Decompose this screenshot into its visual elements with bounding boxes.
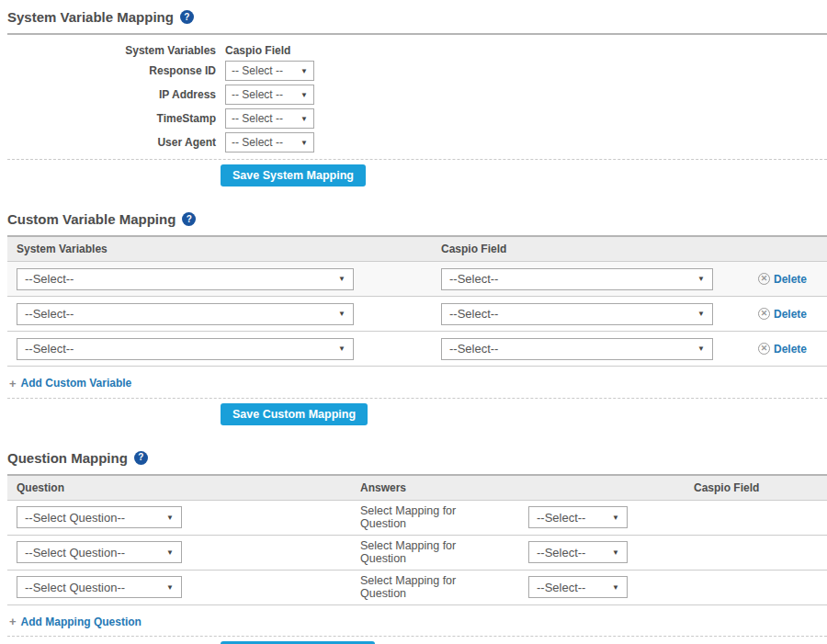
chevron-down-icon: ▼ (697, 310, 705, 318)
chevron-down-icon: ▼ (612, 548, 619, 557)
chevron-down-icon: ▼ (338, 310, 346, 318)
answers-mapping-label: Select Mapping for Question (360, 504, 498, 530)
chevron-down-icon: ▼ (300, 115, 308, 123)
chevron-down-icon: ▼ (166, 548, 174, 557)
add-custom-variable-label: Add Custom Variable (21, 377, 132, 390)
question-caspio-field-select[interactable]: --Select-- ▼ (528, 576, 628, 598)
save-system-mapping-button[interactable]: Save System Mapping (221, 164, 366, 186)
delete-label: Delete (774, 273, 807, 286)
help-icon[interactable]: ? (134, 451, 148, 465)
user-agent-select[interactable]: -- Select -- ▼ (225, 132, 314, 153)
chevron-down-icon: ▼ (612, 514, 619, 522)
caspio-field-column-header: Caspio Field (225, 44, 326, 57)
timestamp-select[interactable]: -- Select -- ▼ (225, 108, 314, 129)
question-mapping-table: Question Answers Caspio Field --Select Q… (7, 476, 827, 605)
answers-column-header: Answers (360, 481, 694, 494)
select-value: -- Select -- (232, 136, 283, 149)
caspio-field-column-header: Caspio Field (441, 243, 506, 255)
question-mapping-title: Question Mapping ? (7, 450, 827, 466)
select-value: --Select Question-- (25, 511, 125, 525)
question-caspio-field-select[interactable]: --Select-- ▼ (528, 541, 628, 563)
ip-address-label: IP Address (7, 88, 216, 101)
question-select[interactable]: --Select Question-- ▼ (17, 576, 182, 598)
select-value: --Select-- (537, 511, 585, 525)
delete-label: Delete (774, 308, 807, 321)
select-value: -- Select -- (232, 88, 283, 101)
answers-mapping-label: Select Mapping for Question (360, 574, 498, 600)
custom-system-variable-select[interactable]: --Select-- ▼ (17, 338, 354, 360)
plus-icon: + (9, 378, 17, 390)
select-value: --Select-- (25, 307, 74, 321)
delete-row-link[interactable]: ✕ Delete (758, 308, 807, 321)
custom-mapping-title-text: Custom Variable Mapping (7, 211, 176, 227)
system-mapping-form: System Variables Caspio Field Response I… (7, 44, 827, 153)
add-mapping-question-label: Add Mapping Question (21, 616, 142, 628)
dashed-divider (7, 636, 827, 637)
select-value: --Select Question-- (25, 581, 125, 594)
table-row: --Select Question-- ▼ Select Mapping for… (7, 571, 827, 605)
select-value: --Select Question-- (25, 546, 125, 559)
chevron-down-icon: ▼ (697, 275, 705, 283)
circled-x-icon: ✕ (758, 273, 770, 285)
question-mapping-title-text: Question Mapping (7, 450, 128, 466)
table-row: --Select-- ▼ --Select-- ▼ ✕ Delete (7, 332, 827, 367)
custom-system-variable-select[interactable]: --Select-- ▼ (17, 268, 354, 290)
chevron-down-icon: ▼ (300, 91, 308, 99)
add-custom-variable-link[interactable]: + Add Custom Variable (9, 377, 131, 390)
question-caspio-field-select[interactable]: --Select-- ▼ (528, 506, 628, 528)
custom-caspio-field-select[interactable]: --Select-- ▼ (441, 303, 713, 325)
table-row: --Select Question-- ▼ Select Mapping for… (7, 501, 827, 536)
dashed-divider (7, 398, 827, 399)
response-id-select[interactable]: -- Select -- ▼ (225, 61, 314, 81)
section-divider (7, 33, 827, 35)
select-value: --Select-- (25, 272, 74, 286)
table-row: --Select Question-- ▼ Select Mapping for… (7, 536, 827, 571)
help-icon[interactable]: ? (180, 10, 194, 24)
plus-icon: + (9, 616, 17, 627)
system-variables-column-header: System Variables (7, 44, 216, 57)
system-mapping-title-text: System Variable Mapping (7, 9, 174, 25)
custom-caspio-field-select[interactable]: --Select-- ▼ (441, 338, 713, 360)
chevron-down-icon: ▼ (300, 139, 308, 147)
select-value: --Select-- (25, 342, 74, 356)
select-value: -- Select -- (232, 64, 283, 77)
question-column-header: Question (17, 481, 360, 494)
chevron-down-icon: ▼ (166, 583, 174, 592)
chevron-down-icon: ▼ (338, 345, 346, 353)
delete-row-link[interactable]: ✕ Delete (758, 343, 807, 356)
custom-table-header: System Variables Caspio Field (7, 237, 827, 262)
caspio-field-column-header: Caspio Field (694, 481, 759, 494)
response-id-label: Response ID (7, 64, 216, 77)
delete-label: Delete (774, 343, 807, 356)
add-mapping-question-link[interactable]: + Add Mapping Question (9, 616, 142, 628)
custom-system-variable-select[interactable]: --Select-- ▼ (17, 303, 354, 325)
select-value: --Select-- (449, 342, 498, 356)
question-select[interactable]: --Select Question-- ▼ (17, 506, 182, 528)
chevron-down-icon: ▼ (612, 583, 619, 592)
circled-x-icon: ✕ (758, 343, 770, 355)
table-row: --Select-- ▼ --Select-- ▼ ✕ Delete (7, 262, 827, 297)
help-icon[interactable]: ? (182, 212, 196, 226)
select-value: --Select-- (449, 307, 498, 321)
custom-caspio-field-select[interactable]: --Select-- ▼ (441, 268, 713, 290)
save-custom-mapping-button[interactable]: Save Custom Mapping (221, 403, 368, 425)
select-value: -- Select -- (232, 112, 283, 125)
ip-address-select[interactable]: -- Select -- ▼ (225, 85, 314, 105)
table-row: --Select-- ▼ --Select-- ▼ ✕ Delete (7, 297, 827, 332)
question-select[interactable]: --Select Question-- ▼ (17, 541, 182, 563)
select-value: --Select-- (537, 546, 585, 559)
user-agent-label: User Agent (7, 136, 216, 149)
custom-mapping-title: Custom Variable Mapping ? (7, 211, 827, 227)
chevron-down-icon: ▼ (300, 67, 308, 75)
dashed-divider (7, 159, 827, 160)
chevron-down-icon: ▼ (697, 345, 705, 353)
custom-mapping-table: System Variables Caspio Field --Select--… (7, 237, 827, 367)
chevron-down-icon: ▼ (166, 514, 174, 522)
select-value: --Select-- (537, 581, 585, 594)
question-table-header: Question Answers Caspio Field (7, 476, 827, 501)
answers-mapping-label: Select Mapping for Question (360, 539, 498, 565)
timestamp-label: TimeStamp (7, 112, 216, 125)
delete-row-link[interactable]: ✕ Delete (758, 273, 807, 286)
system-variables-column-header: System Variables (17, 243, 441, 255)
chevron-down-icon: ▼ (338, 275, 346, 283)
